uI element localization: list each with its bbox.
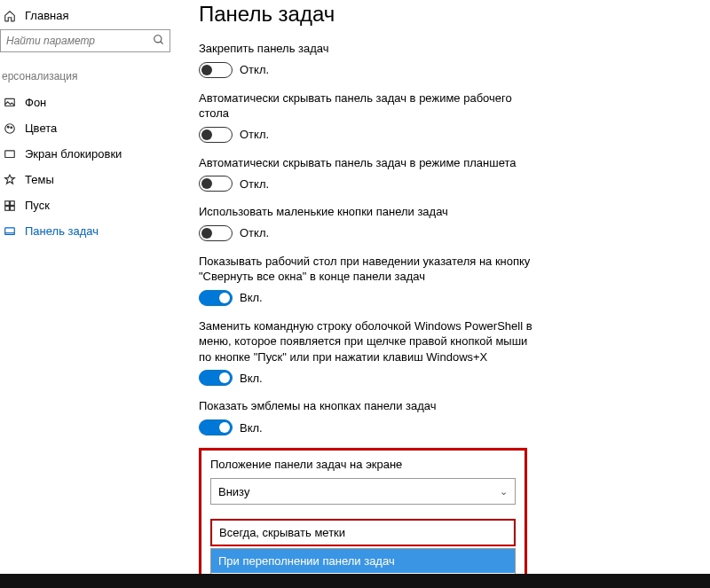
option-label: Автоматически скрывать панель задач в ре…	[199, 90, 536, 122]
windows-taskbar[interactable]	[0, 574, 710, 588]
option-peek-desktop: Показывать рабочий стол при наведении ук…	[199, 254, 536, 306]
svg-line-1	[161, 41, 163, 43]
toggle-autohide-desktop[interactable]	[199, 127, 233, 143]
option-powershell: Заменить командную строку оболочкой Wind…	[199, 318, 536, 387]
toggle-state: Откл.	[240, 226, 269, 239]
option-label: Показать эмблемы на кнопках панели задач	[199, 398, 536, 414]
sidebar-item-start[interactable]: Пуск	[0, 192, 178, 218]
sidebar-item-colors[interactable]: Цвета	[0, 115, 178, 141]
option-lock-taskbar: Закрепить панель задач Откл.	[199, 41, 536, 78]
option-label: Заменить командную строку оболочкой Wind…	[199, 318, 536, 365]
toggle-state: Вкл.	[240, 372, 263, 385]
toggle-small-buttons[interactable]	[199, 225, 233, 241]
toggle-lock-taskbar[interactable]	[199, 62, 233, 78]
nav-label: Темы	[25, 173, 54, 186]
svg-point-3	[5, 123, 15, 133]
search-icon	[148, 34, 170, 49]
palette-icon	[2, 122, 18, 135]
option-label: Использовать маленькие кнопки панели зад…	[199, 204, 536, 220]
nav-label: Цвета	[25, 122, 57, 135]
nav-home[interactable]: Главная	[0, 5, 178, 29]
svg-rect-11	[5, 227, 15, 234]
option-label: Автоматически скрывать панель задач в ре…	[199, 155, 536, 171]
toggle-state: Вкл.	[240, 291, 263, 304]
toggle-state: Откл.	[240, 128, 269, 141]
option-badges: Показать эмблемы на кнопках панели задач…	[199, 398, 536, 435]
position-label: Положение панели задач на экране	[210, 458, 516, 471]
home-icon	[2, 10, 18, 22]
taskbar-icon	[2, 225, 18, 238]
svg-rect-8	[11, 200, 15, 205]
sidebar-item-lockscreen[interactable]: Экран блокировки	[0, 141, 178, 167]
option-small-buttons: Использовать маленькие кнопки панели зад…	[199, 204, 536, 241]
nav-label: Фон	[25, 96, 46, 109]
svg-rect-9	[5, 206, 10, 210]
toggle-state: Вкл.	[240, 421, 263, 435]
page-title: Панель задач	[199, 2, 696, 27]
search-input[interactable]	[0, 29, 170, 52]
position-value: Внизу	[218, 485, 249, 498]
themes-icon	[2, 174, 18, 186]
start-icon	[2, 200, 18, 212]
option-label: Показывать рабочий стол при наведении ук…	[199, 254, 536, 285]
toggle-autohide-tablet[interactable]	[199, 176, 233, 192]
position-select[interactable]: Внизу ⌄	[210, 478, 516, 505]
highlight-region: Положение панели задач на экране Внизу ⌄…	[199, 448, 527, 588]
toggle-powershell[interactable]	[199, 370, 233, 386]
sidebar-section-label: ерсонализация	[0, 58, 178, 90]
sidebar-item-background[interactable]: Фон	[0, 90, 178, 115]
image-icon	[2, 97, 18, 109]
nav-label: Пуск	[25, 199, 50, 212]
chevron-down-icon: ⌄	[500, 486, 508, 498]
svg-point-0	[154, 35, 162, 42]
sidebar-item-themes[interactable]: Темы	[0, 167, 178, 192]
search-field[interactable]	[1, 35, 148, 47]
option-label: Закрепить панель задач	[199, 41, 536, 57]
svg-point-4	[7, 126, 9, 128]
nav-label: Панель задач	[25, 224, 99, 238]
nav-label: Экран блокировки	[25, 147, 122, 161]
svg-point-5	[11, 126, 12, 128]
option-autohide-tablet: Автоматически скрывать панель задач в ре…	[199, 155, 536, 192]
dropdown-item-overflow[interactable]: При переполнении панели задач	[211, 549, 515, 573]
toggle-state: Откл.	[240, 63, 269, 76]
svg-rect-10	[11, 206, 15, 210]
combine-value[interactable]: Всегда, скрывать метки	[219, 526, 345, 539]
svg-rect-6	[5, 150, 15, 157]
combine-select-highlight: Всегда, скрывать метки	[210, 519, 516, 546]
toggle-badges[interactable]	[199, 419, 233, 435]
sidebar-item-taskbar[interactable]: Панель задач	[0, 218, 178, 244]
svg-rect-7	[5, 200, 10, 205]
lock-icon	[2, 148, 18, 161]
option-autohide-desktop: Автоматически скрывать панель задач в ре…	[199, 90, 536, 143]
nav-home-label: Главная	[25, 9, 68, 22]
toggle-peek-desktop[interactable]	[199, 290, 233, 306]
toggle-state: Откл.	[240, 177, 269, 191]
